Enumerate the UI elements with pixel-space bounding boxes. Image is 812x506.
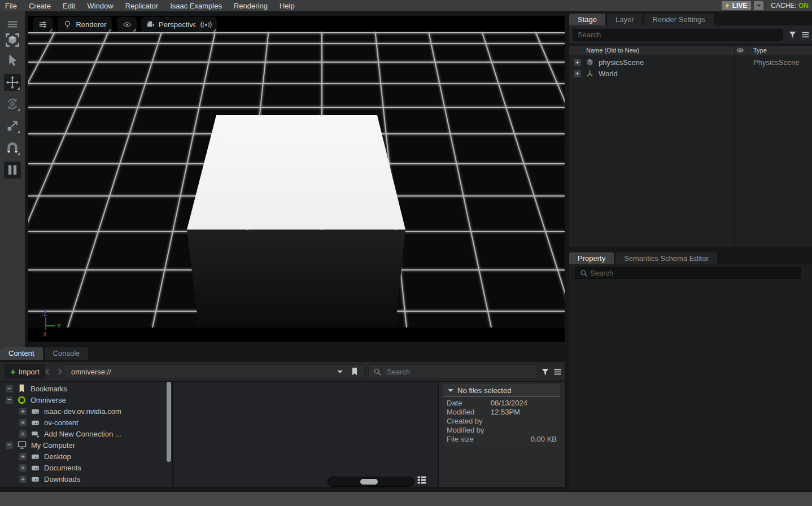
property-search-input[interactable] (575, 267, 801, 279)
tab-semantics-schema-editor[interactable]: Semantics Schema Editor (615, 252, 717, 264)
file-details-panel: No files selected Date Modified 08/13/20… (439, 382, 565, 487)
viewport-settings-button[interactable] (33, 17, 53, 32)
tree-scrollbar[interactable] (167, 382, 171, 462)
file-tree: Bookmarks Omniverse isaac-dev.ov.nvidia.… (0, 382, 165, 487)
bookmark-flag-icon (17, 383, 27, 394)
visibility-button[interactable] (117, 17, 137, 32)
live-dropdown-button[interactable] (754, 1, 763, 10)
view-mode-toggle-icon[interactable] (416, 474, 427, 486)
viewport-toolbar: Renderer Perspective (28, 17, 565, 34)
content-options-icon[interactable] (553, 367, 562, 377)
detail-row-date-modified: Date Modified 08/13/2024 12:53PM (447, 399, 557, 417)
server-icon (30, 452, 40, 461)
thumbnail-size-slider[interactable] (328, 477, 414, 487)
selection-frame-tool[interactable] (4, 32, 21, 49)
back-button[interactable] (43, 367, 52, 376)
tree-label: isaac-dev.ov.nvidia.com (44, 407, 121, 416)
viewport-3d[interactable]: Z Y X Renderer Perspective (28, 16, 565, 342)
sliders-icon (38, 19, 48, 30)
expand-icon[interactable] (19, 476, 27, 483)
select-tool[interactable] (4, 52, 21, 69)
menu-rendering[interactable]: Rendering (234, 2, 268, 10)
expand-icon[interactable] (19, 419, 27, 426)
tree-item-bookmarks[interactable]: Bookmarks (0, 383, 165, 394)
tree-item-isaac-dev[interactable]: isaac-dev.ov.nvidia.com (0, 405, 165, 417)
expand-icon[interactable] (19, 464, 27, 472)
tree-item-documents[interactable]: Documents (0, 462, 165, 473)
path-dropdown-icon[interactable] (337, 370, 343, 376)
collapse-icon[interactable] (6, 385, 13, 392)
content-search-input[interactable] (368, 364, 538, 379)
right-panel: Stage Layer Render Settings Name (Old to… (569, 14, 812, 490)
column-name-header[interactable]: Name (Old to New) (586, 47, 639, 54)
collapse-icon[interactable] (6, 442, 13, 449)
tab-render-settings[interactable]: Render Settings (644, 14, 714, 25)
eye-icon (123, 19, 132, 30)
stage-tree: physicsScene PhysicsScene World (569, 55, 812, 247)
eye-icon[interactable] (736, 46, 744, 54)
axis-tripod-icon (585, 69, 595, 78)
menu-file[interactable]: File (5, 2, 17, 10)
tree-label: Desktop (44, 452, 71, 461)
rotate-tool[interactable] (4, 95, 21, 112)
prim-type: PhysicsScene (753, 58, 800, 67)
menu-edit[interactable]: Edit (63, 2, 75, 10)
tab-layer[interactable]: Layer (607, 14, 643, 25)
tree-item-omniverse[interactable]: Omniverse (0, 394, 165, 405)
details-title: No files selected (457, 386, 511, 395)
toolbar-grip[interactable] (4, 16, 21, 33)
stage-options-icon[interactable] (801, 30, 810, 40)
menu-window[interactable]: Window (87, 2, 113, 10)
renderer-label: Renderer (76, 20, 106, 29)
menu-isaac-examples[interactable]: Isaac Examples (170, 2, 222, 10)
detail-row-created-by: Created by (447, 417, 557, 426)
details-header[interactable]: No files selected (443, 384, 560, 396)
server-icon (30, 474, 40, 484)
tab-stage[interactable]: Stage (569, 14, 605, 25)
import-button[interactable]: + Import (5, 364, 45, 379)
prim-name: World (599, 69, 618, 78)
camera-perspective-button[interactable]: Perspective (141, 17, 202, 32)
expand-icon[interactable] (19, 430, 27, 438)
menu-replicator[interactable]: Replicator (125, 2, 159, 10)
tree-item-ov-content[interactable]: ov-content (0, 417, 165, 428)
menu-create[interactable]: Create (29, 2, 51, 10)
path-bar[interactable]: omniverse:// (64, 364, 365, 379)
tree-item-downloads[interactable]: Downloads (0, 473, 165, 485)
content-body: Bookmarks Omniverse isaac-dev.ov.nvidia.… (0, 382, 565, 487)
filter-icon[interactable] (540, 367, 550, 377)
tree-item-desktop[interactable]: Desktop (0, 451, 165, 462)
renderer-button[interactable]: Renderer (58, 17, 112, 32)
cube-top-face (187, 115, 405, 230)
column-type-header[interactable]: Type (753, 47, 767, 54)
snap-tool[interactable] (4, 139, 21, 156)
add-connection-icon (30, 429, 40, 439)
slider-handle[interactable] (360, 479, 378, 485)
status-bar (0, 492, 812, 506)
expand-icon[interactable] (19, 453, 27, 460)
expand-icon[interactable] (574, 59, 581, 66)
audio-button[interactable] (195, 17, 217, 32)
tab-console[interactable]: Console (45, 347, 89, 360)
scale-tool[interactable] (4, 117, 21, 134)
menu-help[interactable]: Help (280, 2, 295, 10)
stage-row-physicsscene[interactable]: physicsScene PhysicsScene (569, 56, 812, 68)
search-icon (373, 367, 382, 377)
expand-icon[interactable] (19, 408, 27, 415)
tree-item-my-computer[interactable]: My Computer (0, 439, 165, 451)
tab-property[interactable]: Property (569, 252, 614, 264)
expand-icon[interactable] (574, 70, 581, 77)
move-tool[interactable] (4, 74, 21, 91)
live-button[interactable]: LIVE (722, 1, 752, 10)
pause-button[interactable] (4, 162, 21, 178)
stage-search-input[interactable] (573, 29, 783, 41)
collapse-icon[interactable] (6, 396, 13, 404)
expand-icon[interactable] (6, 487, 13, 487)
filter-icon[interactable] (788, 30, 797, 40)
forward-button[interactable] (55, 367, 64, 376)
tab-content[interactable]: Content (0, 347, 43, 360)
bookmark-icon[interactable] (350, 367, 360, 377)
tree-item-add-new-connection[interactable]: Add New Connection ... (0, 428, 165, 439)
stage-row-world[interactable]: World (569, 68, 812, 79)
tree-item-partial[interactable] (0, 485, 165, 487)
